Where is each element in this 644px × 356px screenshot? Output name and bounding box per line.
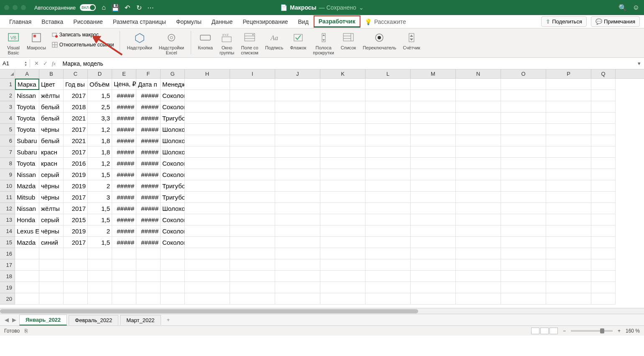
- cell[interactable]: [185, 237, 230, 248]
- column-header[interactable]: H: [185, 69, 230, 78]
- cell[interactable]: Subaru: [15, 135, 39, 146]
- cell[interactable]: [365, 192, 411, 203]
- cell[interactable]: [88, 282, 112, 293]
- cell[interactable]: #####: [136, 124, 161, 135]
- cell[interactable]: [230, 79, 275, 90]
- cell[interactable]: [546, 192, 591, 203]
- cell[interactable]: 2019: [64, 169, 88, 180]
- cell[interactable]: [320, 169, 365, 180]
- cell[interactable]: Subaru: [15, 146, 39, 158]
- cell[interactable]: [320, 158, 365, 169]
- cell[interactable]: [39, 293, 64, 305]
- select-all-corner[interactable]: [0, 69, 15, 78]
- cell[interactable]: [456, 293, 501, 305]
- cell[interactable]: Шолохов Г.: [161, 146, 185, 158]
- cell[interactable]: [161, 248, 185, 259]
- cell[interactable]: [591, 124, 616, 135]
- column-header[interactable]: L: [365, 69, 411, 78]
- cell[interactable]: [501, 169, 546, 180]
- cell[interactable]: [501, 79, 546, 90]
- cell[interactable]: [591, 146, 616, 158]
- cell[interactable]: [411, 90, 456, 101]
- cell[interactable]: 2016: [64, 158, 88, 169]
- cell[interactable]: Mitsub: [15, 192, 39, 203]
- more-icon[interactable]: ⋯: [147, 4, 154, 11]
- spreadsheet-grid[interactable]: ABCDEFGHIJKLMNOPQ 1МаркаЦветГод выОбъёмЦ…: [0, 69, 644, 308]
- cell[interactable]: [320, 237, 365, 248]
- maximize-window[interactable]: [21, 5, 26, 10]
- cell[interactable]: [456, 158, 501, 169]
- cell[interactable]: [411, 124, 456, 135]
- cell[interactable]: красн: [39, 146, 64, 158]
- cell[interactable]: [39, 259, 64, 271]
- cell[interactable]: [501, 158, 546, 169]
- cell[interactable]: [275, 90, 320, 101]
- cell[interactable]: [185, 146, 230, 158]
- row-header[interactable]: 4: [0, 113, 15, 124]
- cell[interactable]: Соколов П.: [161, 158, 185, 169]
- row-header[interactable]: 18: [0, 271, 15, 282]
- cell[interactable]: [411, 79, 456, 90]
- cell[interactable]: [546, 135, 591, 146]
- cell[interactable]: [501, 282, 546, 293]
- column-header[interactable]: P: [546, 69, 591, 78]
- cell[interactable]: [365, 101, 411, 113]
- macros-button[interactable]: Макросы: [24, 31, 49, 50]
- cell[interactable]: [161, 271, 185, 282]
- counter-button[interactable]: Счётчик: [400, 31, 422, 50]
- cell[interactable]: [546, 158, 591, 169]
- cell[interactable]: #####: [112, 113, 136, 124]
- cell[interactable]: [365, 180, 411, 192]
- cell[interactable]: [275, 282, 320, 293]
- cell[interactable]: [320, 203, 365, 214]
- tab-insert[interactable]: Вставка: [36, 16, 68, 28]
- cell[interactable]: [456, 271, 501, 282]
- cell[interactable]: [185, 113, 230, 124]
- row-header[interactable]: 5: [0, 124, 15, 135]
- cell[interactable]: [365, 293, 411, 305]
- cell[interactable]: серый: [39, 214, 64, 225]
- account-icon[interactable]: ☺: [632, 4, 640, 11]
- cell[interactable]: [320, 90, 365, 101]
- cell[interactable]: [275, 271, 320, 282]
- cell[interactable]: [365, 135, 411, 146]
- fx-icon[interactable]: fx: [52, 60, 56, 67]
- cell[interactable]: [275, 101, 320, 113]
- scrollbar-button[interactable]: Полоса прокрутки: [310, 31, 337, 55]
- cell[interactable]: [501, 180, 546, 192]
- column-header[interactable]: Q: [591, 69, 616, 78]
- cell[interactable]: [320, 293, 365, 305]
- cell[interactable]: Цвет: [39, 79, 64, 90]
- cell[interactable]: [64, 259, 88, 271]
- cell[interactable]: [546, 214, 591, 225]
- tab-review[interactable]: Рецензирование: [238, 16, 293, 28]
- cell[interactable]: 1,5: [88, 237, 112, 248]
- cell[interactable]: [230, 169, 275, 180]
- cell[interactable]: [546, 293, 591, 305]
- column-header[interactable]: M: [411, 69, 456, 78]
- checkbox-button[interactable]: Флажок: [287, 31, 309, 50]
- cell[interactable]: 3,3: [88, 113, 112, 124]
- cell[interactable]: #####: [112, 237, 136, 248]
- cell[interactable]: [591, 271, 616, 282]
- cell[interactable]: [546, 259, 591, 271]
- cell[interactable]: [112, 282, 136, 293]
- cell[interactable]: Toyota: [15, 113, 39, 124]
- cell[interactable]: [546, 248, 591, 259]
- cell[interactable]: [88, 271, 112, 282]
- cell[interactable]: [546, 124, 591, 135]
- column-header[interactable]: C: [64, 69, 88, 78]
- cell[interactable]: [546, 225, 591, 237]
- cell[interactable]: чёрны: [39, 180, 64, 192]
- cell[interactable]: [275, 203, 320, 214]
- cell[interactable]: [501, 248, 546, 259]
- cell[interactable]: белый: [39, 101, 64, 113]
- cell[interactable]: [456, 79, 501, 90]
- home-icon[interactable]: ⌂: [100, 4, 107, 11]
- cell[interactable]: [365, 271, 411, 282]
- cell[interactable]: [161, 293, 185, 305]
- cell[interactable]: [185, 248, 230, 259]
- cell[interactable]: [365, 113, 411, 124]
- cell[interactable]: [185, 293, 230, 305]
- excel-addins-button[interactable]: Надстройки Excel: [156, 31, 187, 55]
